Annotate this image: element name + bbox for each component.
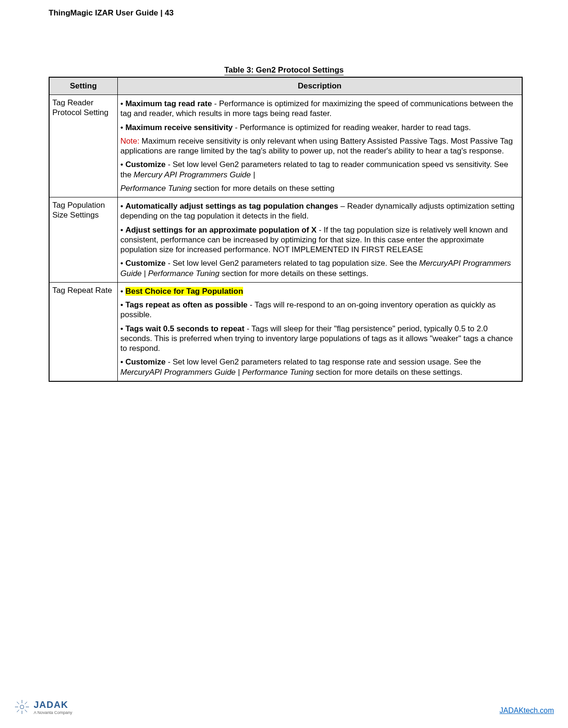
bullet: •: [121, 357, 126, 366]
footer-link[interactable]: JADAKtech.com: [500, 706, 554, 715]
th-description: Description: [117, 77, 522, 95]
bold-term: Adjust settings for an approximate popul…: [125, 226, 316, 234]
desc-text: Maximum receive sensitivity is only rele…: [121, 137, 513, 155]
bullet: •: [121, 300, 126, 309]
table-row: Tag Population Size Settings • Automatic…: [49, 197, 522, 283]
bold-term: Customize: [125, 357, 165, 366]
desc-text: section for more details on these settin…: [220, 269, 368, 278]
desc-paragraph: • Customize - Set low level Gen2 paramet…: [121, 357, 519, 377]
bold-term: Customize: [125, 259, 165, 268]
footer-logo: JADAK A Novanta Company: [14, 699, 72, 715]
desc-paragraph: • Adjust settings for an approximate pop…: [121, 225, 519, 255]
svg-line-6: [25, 710, 27, 712]
bullet: •: [121, 202, 126, 211]
cell-setting: Tag Reader Protocol Setting: [49, 95, 117, 197]
table-row: Tag Repeat Rate • Best Choice for Tag Po…: [49, 282, 522, 381]
desc-paragraph: • Customize - Set low level Gen2 paramet…: [121, 258, 519, 278]
page-header: ThingMagic IZAR User Guide | 43: [49, 8, 173, 18]
desc-paragraph: • Tags wait 0.5 seconds to repeat - Tags…: [121, 324, 519, 354]
cell-description: • Maximum tag read rate - Performance is…: [117, 95, 522, 197]
note-label: Note:: [121, 137, 140, 146]
svg-line-7: [17, 710, 19, 712]
table-header-row: Setting Description: [49, 77, 522, 95]
cell-setting: Tag Repeat Rate: [49, 282, 117, 381]
svg-point-0: [20, 705, 24, 709]
page-footer: JADAK A Novanta Company JADAKtech.com: [14, 699, 554, 715]
sunburst-icon: [14, 699, 30, 715]
svg-line-8: [25, 702, 27, 704]
desc-paragraph: • Best Choice for Tag Population: [121, 286, 519, 296]
highlighted-term: Best Choice for Tag Population: [125, 287, 243, 296]
bullet: •: [121, 259, 126, 268]
desc-paragraph: • Automatically adjust settings as tag p…: [121, 201, 519, 221]
table-row: Tag Reader Protocol Setting • Maximum ta…: [49, 95, 522, 197]
italic-ref: MercuryAPI Programmers Guide | Performan…: [121, 368, 314, 377]
italic-ref: Performance Tuning: [121, 184, 192, 193]
desc-text: - Performance is optimized for reading w…: [233, 123, 471, 132]
desc-paragraph: • Tags repeat as often as possible - Tag…: [121, 300, 519, 320]
italic-ref: Mercury API Programmers Guide |: [134, 170, 255, 179]
bullet: •: [121, 287, 126, 296]
table-caption-wrap: Table 3: Gen2 Protocol Settings: [0, 66, 568, 75]
logo-text: JADAK A Novanta Company: [34, 699, 72, 715]
desc-paragraph: • Maximum receive sensitivity - Performa…: [121, 123, 519, 132]
bullet: •: [121, 226, 126, 234]
desc-paragraph: • Maximum tag read rate - Performance is…: [121, 99, 519, 119]
desc-text: section for more details on these settin…: [314, 368, 462, 377]
bullet: •: [121, 123, 126, 132]
bold-term: Customize: [125, 160, 165, 169]
logo-main: JADAK: [34, 699, 72, 710]
cell-setting: Tag Population Size Settings: [49, 197, 117, 283]
logo-sub: A Novanta Company: [34, 710, 72, 715]
desc-paragraph: • Customize - Set low level Gen2 paramet…: [121, 160, 519, 180]
desc-text: - Set low level Gen2 parameters related …: [165, 259, 419, 268]
bullet: •: [121, 324, 126, 333]
cell-description: • Automatically adjust settings as tag p…: [117, 197, 522, 283]
header-title: ThingMagic IZAR User Guide | 43: [49, 8, 173, 17]
bold-term: Tags repeat as often as possible: [125, 300, 247, 309]
bold-term: Maximum tag read rate: [125, 99, 212, 108]
desc-text: - Set low level Gen2 parameters related …: [165, 357, 481, 366]
desc-text: section for more details on these settin…: [192, 184, 334, 193]
bold-term: Automatically adjust settings as tag pop…: [125, 202, 338, 211]
bold-term: Maximum receive sensitivity: [125, 123, 233, 132]
settings-table: Setting Description Tag Reader Protocol …: [49, 77, 523, 382]
cell-description: • Best Choice for Tag Population • Tags …: [117, 282, 522, 381]
bullet: •: [121, 99, 126, 108]
bold-term: Tags wait 0.5 seconds to repeat: [125, 324, 244, 333]
desc-paragraph: Performance Tuning section for more deta…: [121, 183, 519, 193]
table-caption: Table 3: Gen2 Protocol Settings: [224, 66, 344, 75]
desc-paragraph: Note: Maximum receive sensitivity is onl…: [121, 136, 519, 156]
svg-line-5: [17, 702, 19, 704]
bullet: •: [121, 160, 126, 169]
th-setting: Setting: [49, 77, 117, 95]
